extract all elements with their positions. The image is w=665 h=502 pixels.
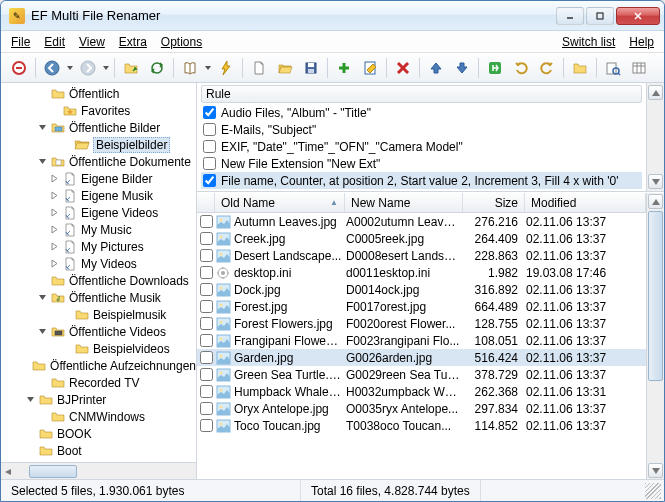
expand-icon[interactable] xyxy=(49,190,60,201)
file-row[interactable]: Frangipani Flowers...F0023rangipani Flo.… xyxy=(197,332,646,349)
tree-node[interactable]: Öffentliche Dokumente xyxy=(1,153,196,170)
edit-rule-button[interactable] xyxy=(358,56,382,80)
tree-node[interactable]: Eigene Bilder xyxy=(1,170,196,187)
tree-node[interactable]: My Music xyxy=(1,221,196,238)
expand-icon[interactable] xyxy=(49,173,60,184)
tree-node[interactable]: Öffentliche Musik xyxy=(1,289,196,306)
col-old-name[interactable]: Old Name▲ xyxy=(215,193,345,212)
rule-checkbox[interactable] xyxy=(203,174,216,187)
menu-file[interactable]: File xyxy=(11,35,30,49)
file-row[interactable]: Creek.jpgC0005reek.jpg264.40902.11.06 13… xyxy=(197,230,646,247)
file-row[interactable]: Desert Landscape...D0008esert Landsc...2… xyxy=(197,247,646,264)
rule-row[interactable]: EXIF, "Date"_"Time"_"OFN"_"Camera Model" xyxy=(201,138,642,155)
file-checkbox[interactable] xyxy=(200,334,213,347)
file-row[interactable]: Oryx Antelope.jpgO0035ryx Antelope...297… xyxy=(197,400,646,417)
stop-button[interactable] xyxy=(7,56,31,80)
move-up-button[interactable] xyxy=(424,56,448,80)
expand-icon[interactable] xyxy=(49,241,60,252)
file-checkbox[interactable] xyxy=(200,402,213,415)
rule-row[interactable]: E-Mails, "Subject" xyxy=(201,121,642,138)
rules-header[interactable]: Rule xyxy=(201,85,642,103)
rule-checkbox[interactable] xyxy=(203,157,216,170)
execute-button[interactable] xyxy=(483,56,507,80)
collapse-icon[interactable] xyxy=(37,122,48,133)
file-checkbox[interactable] xyxy=(200,249,213,262)
expand-icon[interactable] xyxy=(49,207,60,218)
maximize-button[interactable] xyxy=(586,7,614,25)
nav-back-dropdown[interactable] xyxy=(66,56,74,80)
rule-row[interactable]: File name, Counter, at position 2, Start… xyxy=(201,172,642,189)
close-button[interactable] xyxy=(616,7,660,25)
minimize-button[interactable] xyxy=(556,7,584,25)
file-row[interactable]: Toco Toucan.jpgT0038oco Toucan...114.852… xyxy=(197,417,646,434)
files-header[interactable]: Old Name▲ New Name Size Modified xyxy=(197,193,646,213)
tree-node[interactable]: Öffentlich xyxy=(1,85,196,102)
menu-extra[interactable]: Extra xyxy=(119,35,147,49)
tree-node[interactable]: Beispielbilder xyxy=(1,136,196,153)
redo-button[interactable] xyxy=(535,56,559,80)
file-checkbox[interactable] xyxy=(200,317,213,330)
col-checkbox[interactable] xyxy=(197,193,215,212)
folder-tree[interactable]: ÖffentlichFavoritesÖffentliche BilderBei… xyxy=(1,83,196,462)
col-modified[interactable]: Modified xyxy=(525,193,646,212)
move-down-button[interactable] xyxy=(450,56,474,80)
tree-node[interactable]: BJPrinter xyxy=(1,391,196,408)
file-checkbox[interactable] xyxy=(200,368,213,381)
file-row[interactable]: Humpback Whale.jpgH0032umpback Wh...262.… xyxy=(197,383,646,400)
file-row[interactable]: Green Sea Turtle.jpgG0029reen Sea Tur...… xyxy=(197,366,646,383)
search-button[interactable] xyxy=(601,56,625,80)
file-row[interactable]: Forest Flowers.jpgF0020orest Flower...12… xyxy=(197,315,646,332)
nav-back-button[interactable] xyxy=(40,56,64,80)
book-dropdown[interactable] xyxy=(204,56,212,80)
tree-node[interactable]: CNMWindows xyxy=(1,408,196,425)
tree-node[interactable]: Öffentliche Videos xyxy=(1,323,196,340)
book-button[interactable] xyxy=(178,56,202,80)
titlebar[interactable]: ✎ EF Multi File Renamer xyxy=(1,1,664,31)
col-size[interactable]: Size xyxy=(463,193,525,212)
add-rule-button[interactable] xyxy=(332,56,356,80)
lightning-button[interactable] xyxy=(214,56,238,80)
nav-forward-button[interactable] xyxy=(76,56,100,80)
rule-checkbox[interactable] xyxy=(203,123,216,136)
menu-view[interactable]: View xyxy=(79,35,105,49)
nav-forward-dropdown[interactable] xyxy=(102,56,110,80)
file-row[interactable]: Dock.jpgD0014ock.jpg316.89202.11.06 13:3… xyxy=(197,281,646,298)
tree-node[interactable]: My Pictures xyxy=(1,238,196,255)
refresh-button[interactable] xyxy=(145,56,169,80)
rule-checkbox[interactable] xyxy=(203,106,216,119)
open-file-button[interactable] xyxy=(273,56,297,80)
col-new-name[interactable]: New Name xyxy=(345,193,463,212)
folder-button[interactable] xyxy=(568,56,592,80)
tree-node[interactable]: Eigene Videos xyxy=(1,204,196,221)
collapse-icon[interactable] xyxy=(37,326,48,337)
tree-node[interactable]: Recorded TV xyxy=(1,374,196,391)
tree-node[interactable]: BOOK xyxy=(1,425,196,442)
scroll-down-icon[interactable] xyxy=(648,463,663,478)
menu-help[interactable]: Help xyxy=(629,35,654,49)
resize-grip[interactable] xyxy=(645,483,661,499)
rules-vscrollbar[interactable] xyxy=(646,83,664,191)
rule-checkbox[interactable] xyxy=(203,140,216,153)
file-checkbox[interactable] xyxy=(200,266,213,279)
file-row[interactable]: Forest.jpgF0017orest.jpg664.48902.11.06 … xyxy=(197,298,646,315)
tree-hscroll-thumb[interactable] xyxy=(29,465,77,478)
collapse-icon[interactable] xyxy=(37,292,48,303)
collapse-icon[interactable] xyxy=(25,394,36,405)
tree-node[interactable]: Boot xyxy=(1,442,196,459)
file-checkbox[interactable] xyxy=(200,215,213,228)
file-checkbox[interactable] xyxy=(200,419,213,432)
scroll-down-icon[interactable] xyxy=(648,174,663,189)
tree-node[interactable]: Beispielvideos xyxy=(1,340,196,357)
file-row[interactable]: Autumn Leaves.jpgA0002utumn Leave...276.… xyxy=(197,213,646,230)
tree-node[interactable]: Öffentliche Downloads xyxy=(1,272,196,289)
delete-button[interactable] xyxy=(391,56,415,80)
tree-node[interactable]: Favorites xyxy=(1,102,196,119)
columns-button[interactable] xyxy=(627,56,651,80)
save-button[interactable] xyxy=(299,56,323,80)
tree-node[interactable]: My Videos xyxy=(1,255,196,272)
collapse-icon[interactable] xyxy=(37,156,48,167)
file-row[interactable]: desktop.inid0011esktop.ini1.98219.03.08 … xyxy=(197,264,646,281)
menu-options[interactable]: Options xyxy=(161,35,202,49)
file-list[interactable]: Autumn Leaves.jpgA0002utumn Leave...276.… xyxy=(197,213,646,479)
new-file-button[interactable] xyxy=(247,56,271,80)
